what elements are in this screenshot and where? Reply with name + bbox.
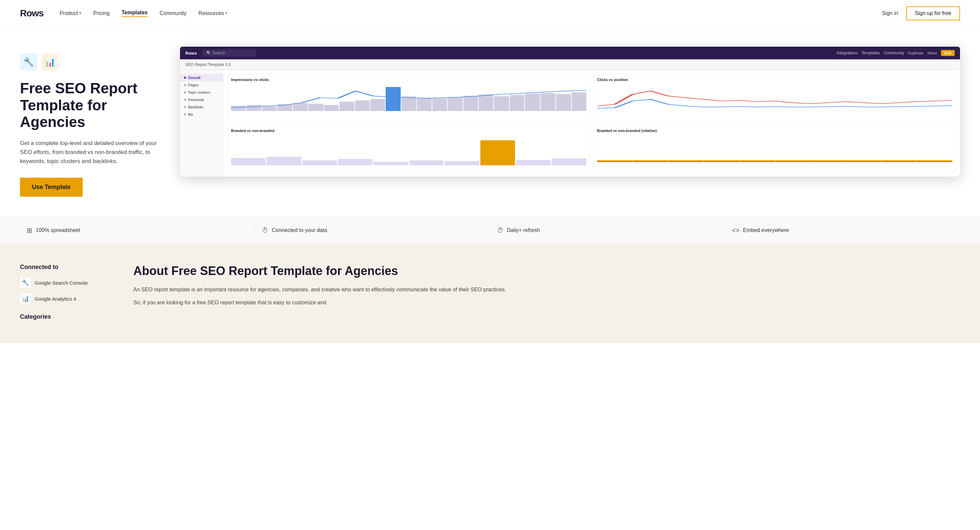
templates-link[interactable]: Templates [862, 51, 880, 55]
features-bar: ⊞ 100% spreadsheet ⏱ Connected to your d… [0, 216, 980, 244]
about-paragraph-2: So, if you are looking for a free SEO re… [133, 298, 960, 307]
sidebar-topic-clusters[interactable]: Topic clusters [180, 89, 223, 96]
hero-title: Free SEO Report Template for Agencies [20, 80, 160, 131]
use-template-button[interactable]: Use Template [20, 178, 83, 197]
search-console-icon: 🔧 [20, 53, 37, 71]
sidebar-dot [184, 113, 186, 115]
feature-embed: <> Embed everywhere [725, 227, 960, 234]
chart-impressions-area [231, 84, 586, 115]
sidebar-backlinks[interactable]: Backlinks [180, 103, 223, 111]
feature-refresh-label: Daily+ refresh [507, 228, 540, 233]
chart-branded: Branded vs non-branded [228, 125, 590, 173]
about-paragraph-1: An SEO report template is an important r… [133, 285, 960, 294]
app-main-charts: Impressions vs clicks [223, 70, 960, 177]
connected-icon: ⏱ [262, 227, 268, 234]
chart-branded-relative: Branded vs non-branded (relative) [593, 125, 956, 173]
logo[interactable]: Rows [20, 8, 44, 19]
duplicate-btn[interactable]: Duplicate [908, 51, 923, 55]
hero-right: Rows 🔍 Search Integrations Templates Com… [180, 47, 960, 177]
connected-analytics-label: Google Analytics 4 [35, 296, 76, 302]
about-col: About Free SEO Report Template for Agenc… [133, 264, 960, 323]
feature-refresh: ⏱ Daily+ refresh [490, 227, 725, 234]
embed-icon: <> [732, 227, 740, 234]
chart-clicks-title: Clicks vs position [597, 78, 952, 82]
connected-search-console-label: Google Search Console [35, 280, 88, 286]
feature-connected: ⏱ Connected to your data [255, 227, 490, 234]
app-topbar: Rows 🔍 Search Integrations Templates Com… [180, 47, 960, 59]
chevron-down-icon: ▾ [225, 11, 228, 15]
connected-google-search-console: 🔧 Google Search Console [20, 277, 107, 288]
analytics-icon: 📊 [41, 53, 59, 71]
edit-btn[interactable]: Edit [941, 50, 955, 56]
nav-resources[interactable]: Resources ▾ [199, 10, 228, 16]
navbar-actions: Sign in Sign up for free [882, 6, 960, 20]
nav-pricing[interactable]: Pricing [93, 10, 110, 16]
chart-clicks-area [597, 84, 952, 115]
refresh-icon: ⏱ [497, 227, 504, 234]
sidebar-overall[interactable]: Overall [180, 74, 223, 81]
chart-impressions-title: Impressions vs clicks [231, 78, 586, 82]
about-title: About Free SEO Report Template for Agenc… [133, 264, 960, 278]
hero-icons: 🔧 📊 [20, 53, 160, 71]
sign-in-button[interactable]: Sign in [882, 10, 898, 16]
sidebar-dot [184, 91, 186, 93]
sidebar-dot [184, 99, 186, 101]
sidebar-keywords[interactable]: Keywords [180, 96, 223, 103]
feature-spreadsheet: ⊞ 100% spreadsheet [20, 226, 255, 234]
categories-title: Categories [20, 314, 107, 320]
community-link[interactable]: Community [884, 51, 904, 55]
stacked-chart [597, 135, 952, 162]
hero-description: Get a complete top-level and detailed ov… [20, 138, 160, 166]
connected-google-analytics: 📊 Google Analytics 4 [20, 293, 107, 304]
app-body: Overall Pages Topic clusters Keywords [180, 70, 960, 177]
sidebar-dot [184, 77, 186, 79]
chart-clicks-position: Clicks vs position [593, 74, 956, 122]
chart-stacked-area [597, 135, 952, 166]
hero-section: 🔧 📊 Free SEO Report Template for Agencie… [0, 27, 980, 216]
spreadsheet-icon: ⊞ [27, 226, 32, 234]
app-breadcrumb: SEO Report Template 3.5 [185, 62, 231, 67]
app-subbar: SEO Report Template 3.5 [180, 59, 960, 70]
integrations-link[interactable]: Integrations [837, 51, 858, 55]
feature-connected-label: Connected to your data [272, 228, 327, 233]
app-search[interactable]: 🔍 Search [202, 49, 256, 57]
nav-community[interactable]: Community [160, 10, 187, 16]
app-logo: Rows [185, 51, 197, 56]
nav-templates[interactable]: Templates [122, 10, 148, 17]
chart-impressions: Impressions vs clicks [228, 74, 590, 122]
signup-button[interactable]: Sign up for free [906, 6, 960, 20]
app-topbar-right: Integrations Templates Community Duplica… [837, 50, 955, 56]
app-sidebar: Overall Pages Topic clusters Keywords [180, 70, 223, 177]
connected-title: Connected to [20, 264, 107, 271]
sidebar-pages[interactable]: Pages [180, 81, 223, 89]
connected-col: Connected to 🔧 Google Search Console 📊 G… [20, 264, 107, 323]
chart-branded-title: Branded vs non-branded [231, 129, 586, 133]
chart-branded-area [231, 135, 586, 166]
nav-product[interactable]: Product ▾ [60, 10, 81, 16]
hero-left: 🔧 📊 Free SEO Report Template for Agencie… [20, 47, 160, 197]
sidebar-dot [184, 84, 186, 86]
analytics-icon: 📊 [20, 293, 31, 304]
nav-links: Product ▾ Pricing Templates Community Re… [60, 10, 882, 17]
sidebar-aix[interactable]: Aix [180, 111, 223, 118]
feature-embed-label: Embed everywhere [743, 228, 789, 233]
share-btn[interactable]: Share [928, 51, 937, 55]
chart-branded-relative-title: Branded vs non-branded (relative) [597, 129, 952, 133]
bottom-section: Connected to 🔧 Google Search Console 📊 G… [0, 244, 980, 343]
chevron-down-icon: ▾ [80, 11, 81, 15]
sidebar-dot [184, 106, 186, 108]
app-screenshot: Rows 🔍 Search Integrations Templates Com… [180, 47, 960, 177]
feature-spreadsheet-label: 100% spreadsheet [36, 228, 80, 233]
search-console-icon: 🔧 [20, 277, 31, 288]
navbar: Rows Product ▾ Pricing Templates Communi… [0, 0, 980, 27]
